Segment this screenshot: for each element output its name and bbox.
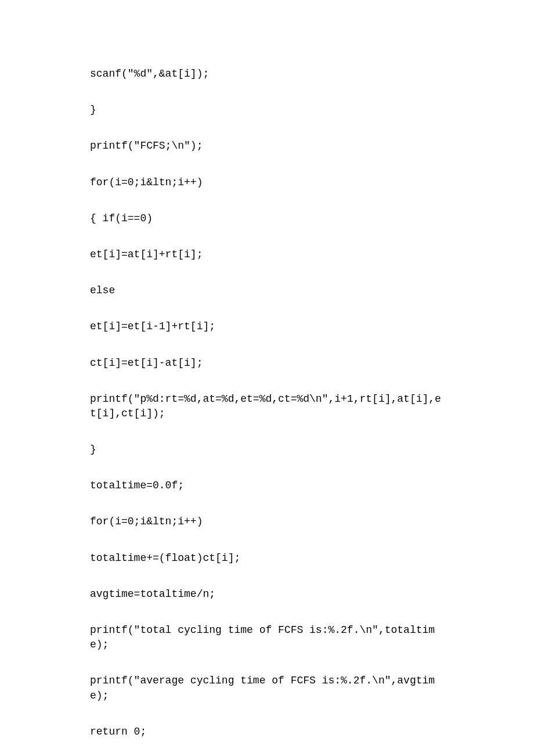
code-line: et[i]=at[i]+rt[i]; [90,247,447,262]
code-line: avgtime=totaltime/n; [90,587,447,602]
document-page: scanf("%d",&at[i]); } printf("FCFS;\n");… [0,0,534,756]
code-line: } [90,442,447,457]
code-line: printf("average cycling time of FCFS is:… [90,674,447,703]
code-line: for(i=0;i&ltn;i++) [90,175,447,190]
code-line: for(i=0;i&ltn;i++) [90,514,447,529]
code-line: } [90,103,447,117]
code-line: totaltime=0.0f; [90,478,447,493]
code-line: printf("p%d:rt=%d,at=%d,et=%d,ct=%d\n",i… [90,392,447,421]
code-line: printf("FCFS;\n"); [90,139,447,153]
code-line: et[i]=et[i-1]+rt[i]; [90,319,447,334]
code-line: ct[i]=et[i]-at[i]; [90,356,447,370]
code-line: printf("total cycling time of FCFS is:%.… [90,623,447,652]
code-line: else [90,283,447,298]
code-line: totaltime+=(float)ct[i]; [90,551,447,566]
code-line: return 0; [90,725,447,739]
code-line: scanf("%d",&at[i]); [90,67,447,81]
code-line: { if(i==0) [90,211,447,226]
